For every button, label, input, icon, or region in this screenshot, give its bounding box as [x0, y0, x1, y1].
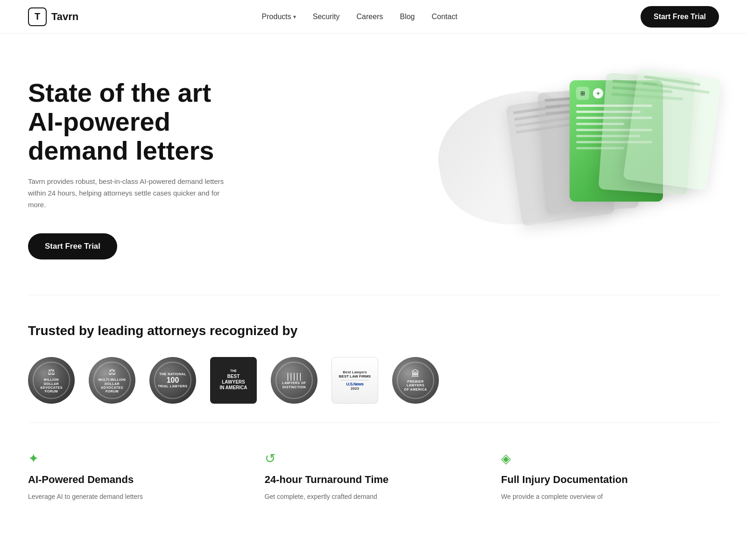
nav-blog[interactable]: Blog [400, 13, 415, 21]
courthouse-icon: 🏛 [411, 369, 420, 379]
document-icon: ◈ [501, 451, 719, 466]
features-grid: ✦ AI-Powered Demands Leverage AI to gene… [28, 451, 719, 502]
feature-ai-title: AI-Powered Demands [28, 474, 246, 486]
badge-best-lawyers: THE BESTLAWYERSIN AMERICA [210, 357, 257, 404]
nav-contact[interactable]: Contact [431, 13, 457, 21]
nav-careers[interactable]: Careers [357, 13, 383, 21]
feature-turnaround: ↺ 24-hour Turnaround Time Get complete, … [265, 451, 483, 502]
feature-doc-title: Full Injury Documentation [501, 474, 719, 486]
badges-row: ⚖ MILLION DOLLARADVOCATES FORUM ⚖ MULTI-… [28, 357, 719, 404]
hero-title: State of the art AI-powered demand lette… [28, 78, 224, 165]
chevron-down-icon: ▾ [293, 14, 296, 20]
hero-cta-button[interactable]: Start Free Trial [28, 233, 117, 259]
badge-multi-million: ⚖ MULTI-MILLION DOLLARADVOCATES FORUM [89, 357, 135, 404]
badge-million-dollar: ⚖ MILLION DOLLARADVOCATES FORUM [28, 357, 75, 404]
ai-icon: ✦ [28, 451, 246, 466]
badge-lawyers-distinction: ||||| LAWYERS OFDISTINCTION [271, 357, 317, 404]
clock-icon: ↺ [265, 451, 483, 466]
hero-illustration: ⊞ + [458, 71, 719, 267]
hero-section: State of the art AI-powered demand lette… [0, 34, 747, 295]
doc-plus-icon: + [593, 88, 603, 98]
doc-card-right-2 [623, 68, 722, 191]
navbar: T Tavrn Products ▾ Security Careers Blog… [0, 0, 747, 34]
feature-doc-desc: We provide a complete overview of [501, 491, 719, 502]
hero-content: State of the art AI-powered demand lette… [28, 78, 224, 259]
badge-top100: THE NATIONAL 100 TRIAL LAWYERS [149, 357, 196, 404]
nav-cta-button[interactable]: Start Free Trial [641, 6, 719, 28]
feature-ai-powered: ✦ AI-Powered Demands Leverage AI to gene… [28, 451, 246, 502]
doc-stack: ⊞ + [458, 71, 719, 267]
trusted-heading: Trusted by leading attorneys recognized … [28, 323, 719, 338]
nav-security[interactable]: Security [313, 13, 340, 21]
feature-turnaround-title: 24-hour Turnaround Time [265, 474, 483, 486]
doc-grid-icon: ⊞ [576, 87, 589, 100]
badge-premier: 🏛 PREMIER LAWYERSOF AMERICA [392, 357, 439, 404]
logo-icon: T [28, 7, 47, 26]
feature-documentation: ◈ Full Injury Documentation We provide a… [501, 451, 719, 502]
features-section: ✦ AI-Powered Demands Leverage AI to gene… [0, 423, 747, 520]
nav-products[interactable]: Products ▾ [262, 13, 296, 21]
hero-subtitle: Tavrn provides robust, best-in-class AI-… [28, 176, 224, 210]
brand-name: Tavrn [51, 11, 78, 23]
nav-links: Products ▾ Security Careers Blog Contact [262, 13, 458, 21]
feature-turnaround-desc: Get complete, expertly crafted demand [265, 491, 483, 502]
feature-ai-desc: Leverage AI to generate demand letters [28, 491, 246, 502]
badge-usnews: Best Lawyers BEST LAW FIRMS U.S.News 202… [331, 357, 378, 404]
trusted-section: Trusted by leading attorneys recognized … [0, 295, 747, 422]
brand-logo[interactable]: T Tavrn [28, 7, 78, 26]
